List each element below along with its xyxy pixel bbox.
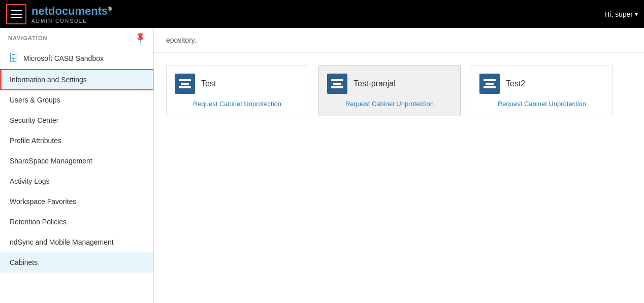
sidebar-item-information-and-settings[interactable]: Information and Settings — [0, 70, 153, 90]
cabinet-name-test: Test — [201, 79, 216, 88]
cabinets-area: Test Request Cabinet Unprotection Test-p… — [154, 53, 644, 128]
cabinet-icon-line-3 — [331, 86, 343, 88]
cabinet-icon-line-1 — [484, 79, 496, 81]
sidebar-nav-header: NAVIGATION 📌 — [0, 28, 153, 47]
cabinet-icon-line-2 — [486, 83, 494, 85]
logo-trademark: ® — [108, 5, 112, 11]
sidebar-item-label: ShareSpace Management — [10, 157, 92, 165]
repository-text: epository. — [166, 36, 197, 44]
logo-text: netdocuments® — [31, 5, 112, 18]
user-menu-chevron: ▾ — [635, 11, 638, 18]
pin-icon[interactable]: 📌 — [133, 31, 147, 45]
sidebar-item-sharespace-management[interactable]: ShareSpace Management — [0, 151, 153, 171]
cabinet-card-test[interactable]: Test Request Cabinet Unprotection — [166, 65, 308, 116]
hamburger-line-3 — [11, 17, 22, 18]
logo: netdocuments® ADMIN CONSOLE — [31, 5, 112, 24]
sidebar-item-profile-attributes[interactable]: Profile Attributes — [0, 130, 153, 151]
cabinet-icon-test — [175, 74, 195, 94]
user-greeting: Hi, super — [604, 10, 633, 18]
hamburger-line-2 — [11, 14, 22, 15]
layout: NAVIGATION 📌 🗄 Microsoft CASB Sandbox In… — [0, 28, 644, 303]
sidebar-item-workspace-favorites[interactable]: Workspace Favorites — [0, 191, 153, 212]
cabinet-unprotect-link-test2[interactable]: Request Cabinet Unprotection — [479, 100, 604, 108]
sidebar-item-label: Security Center — [10, 116, 58, 124]
sidebar-item-cabinets[interactable]: Cabinets — [0, 252, 153, 273]
sidebar-item-security-center[interactable]: Security Center — [0, 110, 153, 130]
logo-subtitle: ADMIN CONSOLE — [31, 18, 112, 24]
cabinet-name-test-pranjal: Test-pranjal — [353, 79, 396, 88]
cabinet-card-top: Test-pranjal — [327, 74, 452, 94]
cabinet-name-test2: Test2 — [506, 79, 525, 88]
cabinet-card-test2[interactable]: Test2 Request Cabinet Unprotection — [471, 65, 613, 116]
sidebar-item-label: Cabinets — [10, 258, 38, 266]
casb-label: Microsoft CASB Sandbox — [23, 54, 104, 62]
sidebar-item-activity-logs[interactable]: Activity Logs — [0, 171, 153, 191]
hamburger-button[interactable] — [6, 4, 26, 24]
sidebar-item-label: ndSync and Mobile Management — [10, 238, 114, 246]
cabinet-card-test-pranjal[interactable]: Test-pranjal Request Cabinet Unprotectio… — [318, 65, 461, 116]
cabinet-icon-test-pranjal — [327, 74, 347, 94]
sidebar-item-ndsync-mobile[interactable]: ndSync and Mobile Management — [0, 232, 153, 252]
sidebar-nav-label: NAVIGATION — [8, 35, 47, 41]
cabinet-unprotect-link-test[interactable]: Request Cabinet Unprotection — [175, 100, 300, 108]
repository-text-area: epository. — [154, 28, 644, 53]
sidebar-item-label: Activity Logs — [10, 177, 50, 185]
sidebar-item-label: Profile Attributes — [10, 137, 61, 145]
cabinet-unprotect-link-test-pranjal[interactable]: Request Cabinet Unprotection — [327, 100, 452, 108]
user-menu[interactable]: Hi, super ▾ — [604, 10, 638, 18]
sidebar-item-label: Retention Policies — [10, 218, 67, 226]
hamburger-line-1 — [11, 10, 22, 11]
sidebar-item-label: Information and Settings — [10, 76, 87, 84]
cabinet-icon-test2 — [479, 74, 500, 94]
cabinet-icon-line-2 — [333, 83, 341, 85]
logo-net: net — [31, 5, 48, 17]
cabinet-icon-line-2 — [181, 83, 189, 85]
cabinet-icon-line-1 — [179, 79, 191, 81]
cabinet-icon-line-1 — [331, 79, 343, 81]
casb-database-icon: 🗄 — [8, 52, 18, 64]
sidebar-item-label: Users & Groups — [10, 96, 60, 104]
cabinet-card-top: Test2 — [479, 74, 604, 94]
sidebar-item-retention-policies[interactable]: Retention Policies — [0, 212, 153, 232]
sidebar-item-users-and-groups[interactable]: Users & Groups — [0, 90, 153, 110]
sidebar: NAVIGATION 📌 🗄 Microsoft CASB Sandbox In… — [0, 28, 154, 303]
cabinet-icon-line-3 — [179, 86, 191, 88]
header: netdocuments® ADMIN CONSOLE Hi, super ▾ — [0, 0, 644, 28]
sidebar-item-label: Workspace Favorites — [10, 197, 76, 206]
cabinet-card-top: Test — [175, 74, 300, 94]
main-content: epository. Test Request Cabinet Unprotec… — [154, 28, 644, 303]
cabinet-icon-line-3 — [484, 86, 496, 88]
sidebar-item-casb[interactable]: 🗄 Microsoft CASB Sandbox — [0, 47, 153, 70]
logo-documents: documents — [48, 5, 108, 17]
